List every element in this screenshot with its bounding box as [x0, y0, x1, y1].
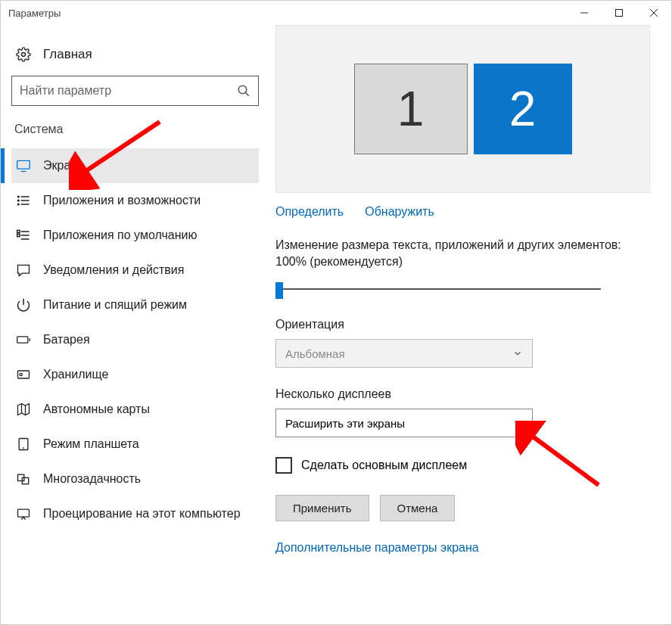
- monitor-1[interactable]: 1: [354, 64, 468, 154]
- notification-icon: [16, 263, 31, 278]
- scale-description: Изменение размера текста, приложений и д…: [275, 237, 624, 269]
- project-icon: [16, 506, 31, 521]
- sidebar: Главная Найти параметр Система Экран При…: [1, 25, 269, 624]
- svg-rect-1: [616, 10, 623, 17]
- tablet-icon: [16, 437, 31, 452]
- title-bar: Параметры: [1, 1, 671, 25]
- multiple-label: Несколько дисплеев: [275, 387, 650, 401]
- gear-icon: [16, 47, 31, 62]
- nav-display[interactable]: Экран: [11, 148, 259, 183]
- multitask-icon: [16, 471, 31, 487]
- nav-label: Батарея: [43, 333, 90, 347]
- advanced-display-link[interactable]: Дополнительные параметры экрана: [275, 541, 650, 555]
- svg-point-4: [22, 53, 26, 57]
- nav-apps[interactable]: Приложения и возможности: [11, 183, 259, 218]
- maximize-button[interactable]: [602, 1, 636, 25]
- svg-rect-21: [17, 337, 28, 343]
- svg-rect-18: [17, 230, 20, 232]
- minimize-button[interactable]: [567, 1, 602, 25]
- svg-rect-32: [18, 509, 30, 517]
- nav-label: Экран: [43, 159, 77, 173]
- search-placeholder: Найти параметр: [20, 84, 111, 98]
- display-arrangement[interactable]: 1 2: [275, 25, 650, 193]
- slider-thumb[interactable]: [275, 282, 283, 299]
- svg-rect-19: [17, 234, 20, 236]
- primary-display-checkbox[interactable]: Сделать основным дисплеем: [275, 457, 650, 474]
- slider-track: [275, 288, 601, 290]
- nav-label: Автономные карты: [43, 403, 150, 416]
- monitor-icon: [16, 158, 31, 173]
- cancel-button[interactable]: Отмена: [380, 495, 456, 521]
- nav-label: Хранилище: [43, 368, 108, 381]
- svg-line-6: [245, 92, 249, 96]
- search-input[interactable]: Найти параметр: [11, 76, 259, 106]
- orientation-label: Ориентация: [275, 318, 650, 331]
- monitor-2[interactable]: 2: [474, 64, 572, 154]
- checkbox-label: Сделать основным дисплеем: [301, 459, 467, 472]
- nav-label: Уведомления и действия: [43, 263, 184, 277]
- nav-maps[interactable]: Автономные карты: [11, 392, 259, 427]
- nav-notifications[interactable]: Уведомления и действия: [11, 253, 259, 288]
- apply-button[interactable]: Применить: [275, 495, 369, 521]
- defaults-icon: [16, 228, 31, 243]
- nav-label: Питание и спящий режим: [43, 298, 187, 312]
- nav-power[interactable]: Питание и спящий режим: [11, 288, 259, 322]
- home-label: Главная: [43, 47, 92, 62]
- search-icon: [237, 84, 250, 98]
- nav-projecting[interactable]: Проецирование на этот компьютер: [11, 496, 259, 531]
- detect-link[interactable]: Обнаружить: [365, 205, 434, 219]
- svg-point-14: [18, 204, 20, 205]
- svg-marker-25: [18, 404, 30, 415]
- nav-default-apps[interactable]: Приложения по умолчанию: [11, 218, 259, 253]
- list-icon: [16, 193, 31, 208]
- nav-list: Экран Приложения и возможности Приложени…: [11, 148, 259, 531]
- main-panel: 1 2 Определить Обнаружить Изменение разм…: [269, 25, 671, 624]
- nav-label: Приложения и возможности: [43, 194, 201, 207]
- map-icon: [16, 402, 31, 417]
- nav-battery[interactable]: Батарея: [11, 322, 259, 357]
- nav-label: Проецирование на этот компьютер: [43, 507, 241, 521]
- nav-label: Режим планшета: [43, 437, 139, 451]
- chevron-down-icon: [512, 418, 523, 428]
- multiple-value: Расширить эти экраны: [285, 417, 405, 430]
- multiple-displays-select[interactable]: Расширить эти экраны: [275, 409, 533, 437]
- close-button[interactable]: [636, 1, 671, 25]
- svg-point-5: [238, 86, 247, 94]
- window-title: Параметры: [8, 8, 61, 19]
- home-row[interactable]: Главная: [11, 44, 259, 76]
- orientation-value: Альбомная: [285, 347, 345, 360]
- nav-label: Многозадачность: [43, 472, 141, 486]
- nav-storage[interactable]: Хранилище: [11, 357, 259, 392]
- svg-point-13: [18, 200, 20, 201]
- nav-multitasking[interactable]: Многозадачность: [11, 462, 259, 496]
- minimize-icon: [580, 8, 589, 17]
- chevron-down-icon: [512, 348, 523, 359]
- identify-link[interactable]: Определить: [275, 205, 344, 219]
- maximize-icon: [614, 8, 624, 17]
- button-row: Применить Отмена: [275, 495, 650, 521]
- checkbox-box[interactable]: [275, 457, 292, 474]
- section-title: Система: [14, 123, 259, 136]
- nav-tablet[interactable]: Режим планшета: [11, 427, 259, 462]
- svg-point-12: [18, 196, 20, 197]
- display-actions: Определить Обнаружить: [275, 205, 650, 219]
- close-icon: [649, 8, 658, 17]
- nav-label: Приложения по умолчанию: [43, 229, 197, 242]
- svg-point-24: [20, 373, 22, 375]
- power-icon: [16, 297, 31, 312]
- svg-rect-7: [17, 160, 30, 169]
- scale-slider[interactable]: [275, 278, 601, 300]
- battery-icon: [16, 332, 31, 347]
- storage-icon: [16, 367, 31, 382]
- window-controls: [567, 1, 671, 25]
- orientation-select[interactable]: Альбомная: [275, 339, 533, 368]
